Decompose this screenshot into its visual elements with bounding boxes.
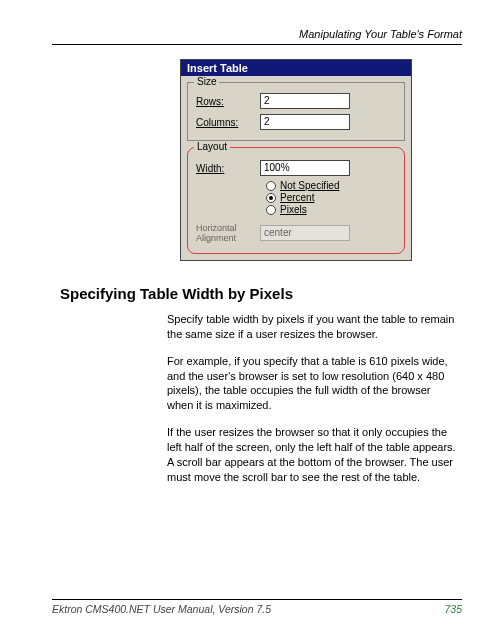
radio-pixels-label: Pixels [280,204,307,215]
width-radio-group: Not Specified Percent Pixels [266,180,398,215]
width-label: Width: [196,163,260,174]
radio-icon [266,193,276,203]
section-heading: Specifying Table Width by Pixels [60,285,462,302]
layout-legend: Layout [194,141,230,152]
radio-percent-label: Percent [280,192,314,203]
rows-label: Rows: [196,96,260,107]
paragraph-1: Specify table width by pixels if you wan… [167,312,456,342]
page-footer: Ektron CMS400.NET User Manual, Version 7… [52,599,462,615]
radio-icon [266,181,276,191]
radio-not-specified-label: Not Specified [280,180,339,191]
dialog-screenshot: Insert Table Size Rows: 2 Columns: 2 Lay… [180,59,462,261]
insert-table-dialog: Insert Table Size Rows: 2 Columns: 2 Lay… [180,59,412,261]
width-input[interactable]: 100% [260,160,350,176]
footer-rule [52,599,462,600]
page-number: 735 [444,603,462,615]
radio-not-specified[interactable]: Not Specified [266,180,398,191]
columns-label: Columns: [196,117,260,128]
header-rule [52,44,462,45]
layout-fieldset: Layout Width: 100% Not Specified Percent [187,147,405,254]
footer-source: Ektron CMS400.NET User Manual, Version 7… [52,603,271,615]
dialog-titlebar: Insert Table [181,60,411,76]
size-fieldset: Size Rows: 2 Columns: 2 [187,82,405,141]
radio-pixels[interactable]: Pixels [266,204,398,215]
radio-percent[interactable]: Percent [266,192,398,203]
rows-input[interactable]: 2 [260,93,350,109]
columns-input[interactable]: 2 [260,114,350,130]
horizontal-alignment-select[interactable]: center [260,225,350,241]
radio-icon [266,205,276,215]
running-header: Manipulating Your Table's Format [52,28,462,40]
paragraph-2: For example, if you specify that a table… [167,354,456,413]
horizontal-alignment-label: Horizontal Alignment [196,223,260,243]
size-legend: Size [194,76,219,87]
paragraph-3: If the user resizes the browser so that … [167,425,456,484]
